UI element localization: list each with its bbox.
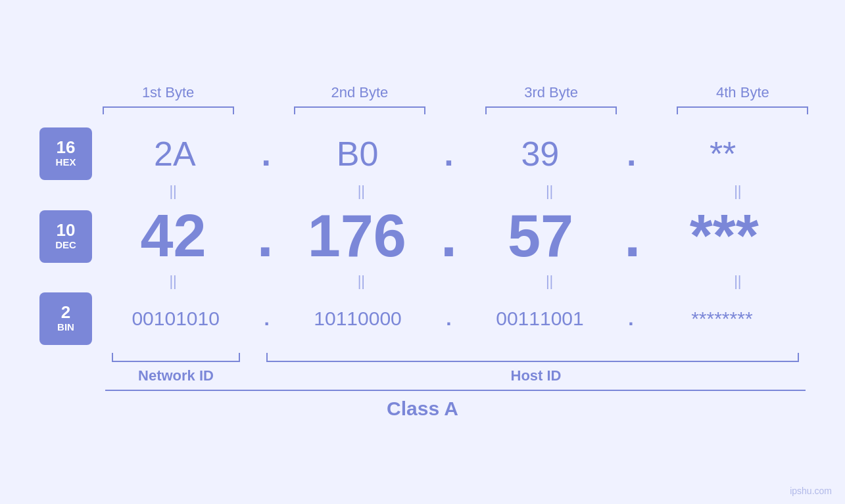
bin-values: 00101010 . 10110000 . 00111001 . *******… (92, 308, 806, 330)
eq2-b4: || (672, 273, 804, 290)
bin-b2: 10110000 (292, 308, 423, 330)
eq2-b3: || (484, 273, 616, 290)
dec-badge-num: 10 (57, 221, 76, 239)
hex-b4: ** (657, 134, 788, 173)
bin-badge-num: 2 (61, 304, 70, 321)
hex-badge-num: 16 (57, 139, 76, 156)
bin-b4: ******** (656, 308, 788, 330)
eq1-b3: || (484, 183, 616, 200)
bin-row: 2 BIN 00101010 . 10110000 . 00111001 . *… (39, 292, 806, 345)
main-container: 1st Byte 2nd Byte 3rd Byte 4th Byte 16 H… (0, 0, 845, 504)
dec-values: 42 . 176 . 57 . *** (92, 202, 806, 270)
spacer (240, 367, 273, 384)
dec-badge-label: DEC (55, 239, 76, 252)
equals-row-1: || || || || (72, 180, 838, 202)
bin-dot1: . (264, 308, 269, 330)
host-id-label: Host ID (273, 367, 799, 384)
eq1-b2: || (295, 183, 427, 200)
byte1-header: 1st Byte (103, 84, 234, 101)
byte4-header: 4th Byte (677, 84, 808, 101)
dec-b4: *** (658, 202, 790, 270)
hex-badge: 16 HEX (39, 127, 92, 180)
dec-b1: 42 (108, 202, 239, 270)
hex-badge-label: HEX (56, 156, 76, 169)
bottom-brackets-area: Network ID Host ID (105, 353, 806, 379)
network-id-label: Network ID (112, 367, 240, 384)
top-brackets (72, 106, 838, 114)
eq2-b2: || (295, 273, 427, 290)
bin-dot2: . (446, 308, 451, 330)
eq1-b4: || (672, 183, 804, 200)
bin-b1: 00101010 (110, 308, 241, 330)
class-label: Class A (387, 398, 458, 420)
eq1-b1: || (107, 183, 239, 200)
bottom-labels: Network ID Host ID (105, 367, 806, 384)
bracket-top-2 (294, 106, 425, 114)
bracket-top-3 (485, 106, 617, 114)
class-section: Class A (39, 390, 806, 420)
bin-dot3: . (628, 308, 633, 330)
hex-b2: B0 (292, 134, 423, 173)
hex-values: 2A . B0 . 39 . ** (92, 134, 806, 173)
class-bracket-line (105, 390, 806, 391)
dec-row: 10 DEC 42 . 176 . 57 . *** (39, 202, 806, 270)
bin-b3: 00111001 (474, 308, 606, 330)
dec-b2: 176 (291, 202, 423, 270)
dec-dot3: . (624, 202, 640, 270)
equals-row-2: || || || || (72, 270, 838, 292)
dec-b3: 57 (475, 202, 606, 270)
bracket-host-id (266, 353, 799, 362)
bracket-network-id (112, 353, 240, 362)
dec-dot2: . (441, 202, 457, 270)
watermark: ipshu.com (790, 486, 832, 496)
hex-dot2: . (444, 134, 453, 173)
byte-headers: 1st Byte 2nd Byte 3rd Byte 4th Byte (72, 84, 838, 101)
byte2-header: 2nd Byte (294, 84, 425, 101)
bin-badge-label: BIN (57, 321, 74, 334)
hex-dot1: . (261, 134, 270, 173)
hex-b1: 2A (109, 134, 241, 173)
bracket-top-4 (677, 106, 808, 114)
dec-dot1: . (257, 202, 274, 270)
hex-b3: 39 (474, 134, 606, 173)
eq2-b1: || (107, 273, 239, 290)
byte3-header: 3rd Byte (485, 84, 617, 101)
hex-row: 16 HEX 2A . B0 . 39 . ** (39, 127, 806, 180)
bracket-top-1 (103, 106, 234, 114)
bin-badge: 2 BIN (39, 292, 92, 345)
dec-badge: 10 DEC (39, 210, 92, 263)
hex-dot3: . (627, 134, 636, 173)
